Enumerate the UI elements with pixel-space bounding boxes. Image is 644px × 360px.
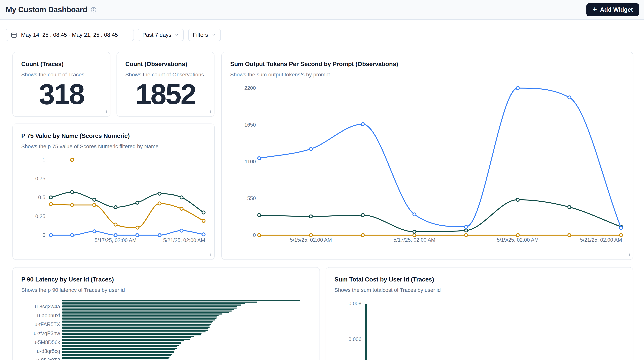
data-point[interactable]: [361, 123, 364, 126]
data-point[interactable]: [49, 196, 52, 199]
add-widget-button[interactable]: + Add Widget: [586, 3, 639, 16]
p90-bar-chart[interactable]: u-8sq2w4au-aobnuxfu-tFAR5TXu-zVqP3hwu-5M…: [13, 267, 320, 360]
bar[interactable]: [62, 302, 257, 302]
bar[interactable]: [62, 355, 171, 356]
cost-bar-chart[interactable]: 0.0080.006: [326, 267, 633, 360]
filters-button[interactable]: Filters: [188, 29, 221, 41]
data-point[interactable]: [93, 198, 96, 201]
bar[interactable]: [62, 333, 202, 334]
data-point[interactable]: [70, 234, 74, 237]
bar[interactable]: [62, 324, 211, 325]
resize-handle-icon[interactable]: [627, 253, 630, 256]
data-point[interactable]: [413, 230, 416, 233]
bar[interactable]: [62, 339, 190, 340]
data-point[interactable]: [309, 215, 312, 218]
bar[interactable]: [365, 304, 367, 360]
data-point[interactable]: [70, 191, 74, 194]
bar[interactable]: [62, 351, 174, 352]
data-point[interactable]: [202, 233, 205, 236]
bar[interactable]: [62, 318, 216, 319]
bar[interactable]: [62, 322, 212, 323]
resize-handle-icon[interactable]: [208, 111, 211, 113]
bar[interactable]: [62, 309, 234, 310]
bar[interactable]: [62, 357, 170, 358]
quick-date-select[interactable]: Past 7 days: [138, 29, 184, 41]
bar[interactable]: [62, 307, 237, 308]
data-point[interactable]: [158, 202, 161, 205]
resize-handle-icon[interactable]: [104, 111, 107, 113]
bar[interactable]: [62, 328, 208, 329]
bar[interactable]: [62, 325, 210, 326]
bar[interactable]: [62, 349, 175, 350]
data-point[interactable]: [158, 234, 161, 237]
data-point[interactable]: [114, 234, 117, 237]
data-point[interactable]: [114, 206, 117, 209]
bar[interactable]: [62, 345, 179, 346]
data-point[interactable]: [258, 157, 261, 160]
info-icon[interactable]: [91, 7, 96, 13]
data-point[interactable]: [413, 213, 416, 216]
bar[interactable]: [62, 327, 210, 328]
data-point[interactable]: [70, 203, 74, 206]
data-point[interactable]: [93, 230, 96, 233]
bar[interactable]: [62, 352, 174, 353]
bar[interactable]: [62, 348, 177, 349]
data-point[interactable]: [180, 229, 183, 232]
data-point[interactable]: [516, 87, 519, 90]
data-point[interactable]: [309, 147, 312, 151]
bar[interactable]: [62, 321, 213, 322]
data-point[interactable]: [70, 158, 74, 161]
data-point[interactable]: [361, 234, 364, 237]
data-point[interactable]: [202, 219, 205, 222]
bar[interactable]: [62, 312, 229, 313]
bar[interactable]: [62, 313, 222, 314]
bar[interactable]: [62, 306, 237, 307]
data-point[interactable]: [464, 225, 468, 228]
data-point[interactable]: [180, 196, 183, 199]
data-point[interactable]: [516, 234, 519, 237]
data-point[interactable]: [180, 207, 183, 210]
bar[interactable]: [62, 343, 180, 344]
bar[interactable]: [62, 346, 177, 347]
bar[interactable]: [62, 340, 184, 341]
data-point[interactable]: [568, 234, 571, 237]
data-point[interactable]: [136, 226, 139, 229]
data-point[interactable]: [258, 234, 261, 237]
bar[interactable]: [62, 304, 241, 305]
data-point[interactable]: [620, 226, 622, 229]
bar[interactable]: [62, 319, 215, 320]
data-point[interactable]: [516, 198, 519, 201]
data-point[interactable]: [620, 234, 622, 237]
tokens-line-chart[interactable]: 05501100165022005/15/25, 02:00 AM5/17/25…: [222, 52, 633, 259]
bar[interactable]: [62, 358, 168, 359]
bar[interactable]: [62, 337, 191, 338]
bar[interactable]: [62, 303, 245, 304]
bar[interactable]: [62, 310, 232, 311]
p75-line-chart[interactable]: 00.250.50.7515/17/25, 02:00 AM5/21/25, 0…: [13, 124, 214, 259]
bar[interactable]: [62, 334, 201, 335]
data-point[interactable]: [114, 223, 117, 226]
bar[interactable]: [62, 316, 217, 317]
data-point[interactable]: [202, 211, 205, 214]
bar[interactable]: [62, 300, 300, 301]
bar[interactable]: [62, 331, 206, 332]
bar[interactable]: [62, 330, 208, 331]
data-point[interactable]: [309, 234, 312, 237]
data-point[interactable]: [464, 234, 468, 237]
date-range-picker[interactable]: May 14, 25 : 08:45 - May 21, 25 : 08:45: [6, 29, 134, 41]
bar[interactable]: [62, 342, 181, 343]
data-point[interactable]: [158, 192, 161, 195]
bar[interactable]: [62, 315, 219, 316]
data-point[interactable]: [568, 96, 571, 99]
data-point[interactable]: [136, 201, 139, 204]
data-point[interactable]: [136, 234, 139, 237]
bar[interactable]: [62, 336, 194, 337]
data-point[interactable]: [361, 213, 364, 217]
data-point[interactable]: [568, 205, 571, 209]
data-point[interactable]: [49, 234, 52, 237]
data-point[interactable]: [93, 203, 96, 206]
data-point[interactable]: [413, 234, 416, 237]
data-point[interactable]: [464, 229, 468, 232]
data-point[interactable]: [49, 203, 52, 206]
data-point[interactable]: [258, 213, 261, 217]
